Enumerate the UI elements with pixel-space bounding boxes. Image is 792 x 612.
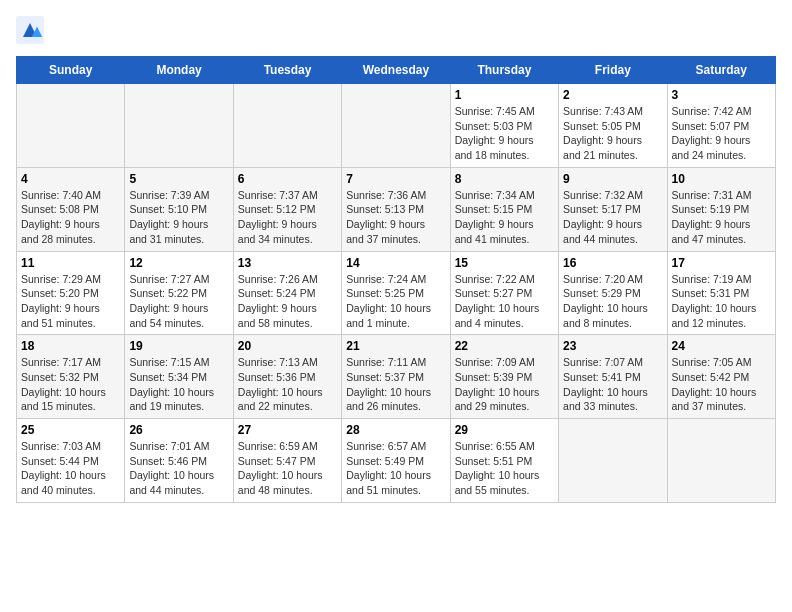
calendar-header: SundayMondayTuesdayWednesdayThursdayFrid…	[17, 57, 776, 84]
day-content: Sunrise: 7:13 AM Sunset: 5:36 PM Dayligh…	[238, 355, 337, 414]
header-day-thursday: Thursday	[450, 57, 558, 84]
header-row: SundayMondayTuesdayWednesdayThursdayFrid…	[17, 57, 776, 84]
calendar-cell: 25Sunrise: 7:03 AM Sunset: 5:44 PM Dayli…	[17, 419, 125, 503]
day-number: 7	[346, 172, 445, 186]
calendar-cell: 18Sunrise: 7:17 AM Sunset: 5:32 PM Dayli…	[17, 335, 125, 419]
logo	[16, 16, 48, 44]
header-day-friday: Friday	[559, 57, 667, 84]
day-number: 4	[21, 172, 120, 186]
day-number: 19	[129, 339, 228, 353]
day-content: Sunrise: 7:01 AM Sunset: 5:46 PM Dayligh…	[129, 439, 228, 498]
calendar-cell	[342, 84, 450, 168]
day-content: Sunrise: 6:55 AM Sunset: 5:51 PM Dayligh…	[455, 439, 554, 498]
day-content: Sunrise: 7:45 AM Sunset: 5:03 PM Dayligh…	[455, 104, 554, 163]
day-content: Sunrise: 7:42 AM Sunset: 5:07 PM Dayligh…	[672, 104, 771, 163]
calendar-cell: 6Sunrise: 7:37 AM Sunset: 5:12 PM Daylig…	[233, 167, 341, 251]
day-content: Sunrise: 7:43 AM Sunset: 5:05 PM Dayligh…	[563, 104, 662, 163]
day-number: 2	[563, 88, 662, 102]
calendar-cell: 20Sunrise: 7:13 AM Sunset: 5:36 PM Dayli…	[233, 335, 341, 419]
day-content: Sunrise: 7:39 AM Sunset: 5:10 PM Dayligh…	[129, 188, 228, 247]
header-day-saturday: Saturday	[667, 57, 775, 84]
day-content: Sunrise: 7:34 AM Sunset: 5:15 PM Dayligh…	[455, 188, 554, 247]
day-number: 22	[455, 339, 554, 353]
day-number: 12	[129, 256, 228, 270]
week-row-4: 18Sunrise: 7:17 AM Sunset: 5:32 PM Dayli…	[17, 335, 776, 419]
week-row-5: 25Sunrise: 7:03 AM Sunset: 5:44 PM Dayli…	[17, 419, 776, 503]
day-number: 21	[346, 339, 445, 353]
calendar-cell: 10Sunrise: 7:31 AM Sunset: 5:19 PM Dayli…	[667, 167, 775, 251]
calendar-cell: 12Sunrise: 7:27 AM Sunset: 5:22 PM Dayli…	[125, 251, 233, 335]
calendar-cell: 11Sunrise: 7:29 AM Sunset: 5:20 PM Dayli…	[17, 251, 125, 335]
day-number: 10	[672, 172, 771, 186]
calendar-cell: 27Sunrise: 6:59 AM Sunset: 5:47 PM Dayli…	[233, 419, 341, 503]
week-row-3: 11Sunrise: 7:29 AM Sunset: 5:20 PM Dayli…	[17, 251, 776, 335]
day-number: 9	[563, 172, 662, 186]
day-content: Sunrise: 7:19 AM Sunset: 5:31 PM Dayligh…	[672, 272, 771, 331]
calendar-cell: 9Sunrise: 7:32 AM Sunset: 5:17 PM Daylig…	[559, 167, 667, 251]
day-number: 17	[672, 256, 771, 270]
day-content: Sunrise: 7:32 AM Sunset: 5:17 PM Dayligh…	[563, 188, 662, 247]
day-content: Sunrise: 7:20 AM Sunset: 5:29 PM Dayligh…	[563, 272, 662, 331]
day-content: Sunrise: 7:07 AM Sunset: 5:41 PM Dayligh…	[563, 355, 662, 414]
calendar-cell: 1Sunrise: 7:45 AM Sunset: 5:03 PM Daylig…	[450, 84, 558, 168]
calendar-body: 1Sunrise: 7:45 AM Sunset: 5:03 PM Daylig…	[17, 84, 776, 503]
calendar-cell	[667, 419, 775, 503]
calendar-cell: 17Sunrise: 7:19 AM Sunset: 5:31 PM Dayli…	[667, 251, 775, 335]
calendar-cell: 5Sunrise: 7:39 AM Sunset: 5:10 PM Daylig…	[125, 167, 233, 251]
calendar-cell: 28Sunrise: 6:57 AM Sunset: 5:49 PM Dayli…	[342, 419, 450, 503]
calendar-cell: 22Sunrise: 7:09 AM Sunset: 5:39 PM Dayli…	[450, 335, 558, 419]
calendar-cell: 24Sunrise: 7:05 AM Sunset: 5:42 PM Dayli…	[667, 335, 775, 419]
day-content: Sunrise: 7:29 AM Sunset: 5:20 PM Dayligh…	[21, 272, 120, 331]
day-content: Sunrise: 7:31 AM Sunset: 5:19 PM Dayligh…	[672, 188, 771, 247]
calendar-cell	[17, 84, 125, 168]
calendar-cell: 16Sunrise: 7:20 AM Sunset: 5:29 PM Dayli…	[559, 251, 667, 335]
day-number: 1	[455, 88, 554, 102]
day-number: 3	[672, 88, 771, 102]
day-content: Sunrise: 7:26 AM Sunset: 5:24 PM Dayligh…	[238, 272, 337, 331]
calendar-cell: 4Sunrise: 7:40 AM Sunset: 5:08 PM Daylig…	[17, 167, 125, 251]
day-number: 18	[21, 339, 120, 353]
day-number: 6	[238, 172, 337, 186]
day-content: Sunrise: 7:37 AM Sunset: 5:12 PM Dayligh…	[238, 188, 337, 247]
day-number: 27	[238, 423, 337, 437]
day-number: 14	[346, 256, 445, 270]
day-number: 11	[21, 256, 120, 270]
day-number: 20	[238, 339, 337, 353]
day-number: 16	[563, 256, 662, 270]
day-number: 8	[455, 172, 554, 186]
day-content: Sunrise: 7:15 AM Sunset: 5:34 PM Dayligh…	[129, 355, 228, 414]
calendar-cell	[125, 84, 233, 168]
day-number: 5	[129, 172, 228, 186]
calendar-cell: 29Sunrise: 6:55 AM Sunset: 5:51 PM Dayli…	[450, 419, 558, 503]
week-row-1: 1Sunrise: 7:45 AM Sunset: 5:03 PM Daylig…	[17, 84, 776, 168]
day-content: Sunrise: 7:09 AM Sunset: 5:39 PM Dayligh…	[455, 355, 554, 414]
calendar-cell: 2Sunrise: 7:43 AM Sunset: 5:05 PM Daylig…	[559, 84, 667, 168]
day-content: Sunrise: 6:57 AM Sunset: 5:49 PM Dayligh…	[346, 439, 445, 498]
logo-icon	[16, 16, 44, 44]
calendar-cell: 15Sunrise: 7:22 AM Sunset: 5:27 PM Dayli…	[450, 251, 558, 335]
calendar-table: SundayMondayTuesdayWednesdayThursdayFrid…	[16, 56, 776, 503]
calendar-cell: 23Sunrise: 7:07 AM Sunset: 5:41 PM Dayli…	[559, 335, 667, 419]
day-number: 13	[238, 256, 337, 270]
day-content: Sunrise: 7:27 AM Sunset: 5:22 PM Dayligh…	[129, 272, 228, 331]
calendar-cell: 26Sunrise: 7:01 AM Sunset: 5:46 PM Dayli…	[125, 419, 233, 503]
day-number: 25	[21, 423, 120, 437]
header-day-wednesday: Wednesday	[342, 57, 450, 84]
day-number: 15	[455, 256, 554, 270]
header-day-tuesday: Tuesday	[233, 57, 341, 84]
day-content: Sunrise: 7:11 AM Sunset: 5:37 PM Dayligh…	[346, 355, 445, 414]
day-content: Sunrise: 7:22 AM Sunset: 5:27 PM Dayligh…	[455, 272, 554, 331]
day-content: Sunrise: 7:40 AM Sunset: 5:08 PM Dayligh…	[21, 188, 120, 247]
calendar-cell: 3Sunrise: 7:42 AM Sunset: 5:07 PM Daylig…	[667, 84, 775, 168]
day-content: Sunrise: 7:36 AM Sunset: 5:13 PM Dayligh…	[346, 188, 445, 247]
calendar-cell: 13Sunrise: 7:26 AM Sunset: 5:24 PM Dayli…	[233, 251, 341, 335]
day-number: 28	[346, 423, 445, 437]
calendar-cell: 21Sunrise: 7:11 AM Sunset: 5:37 PM Dayli…	[342, 335, 450, 419]
day-content: Sunrise: 7:24 AM Sunset: 5:25 PM Dayligh…	[346, 272, 445, 331]
week-row-2: 4Sunrise: 7:40 AM Sunset: 5:08 PM Daylig…	[17, 167, 776, 251]
day-content: Sunrise: 7:05 AM Sunset: 5:42 PM Dayligh…	[672, 355, 771, 414]
calendar-cell	[233, 84, 341, 168]
day-number: 24	[672, 339, 771, 353]
header-day-sunday: Sunday	[17, 57, 125, 84]
day-content: Sunrise: 6:59 AM Sunset: 5:47 PM Dayligh…	[238, 439, 337, 498]
